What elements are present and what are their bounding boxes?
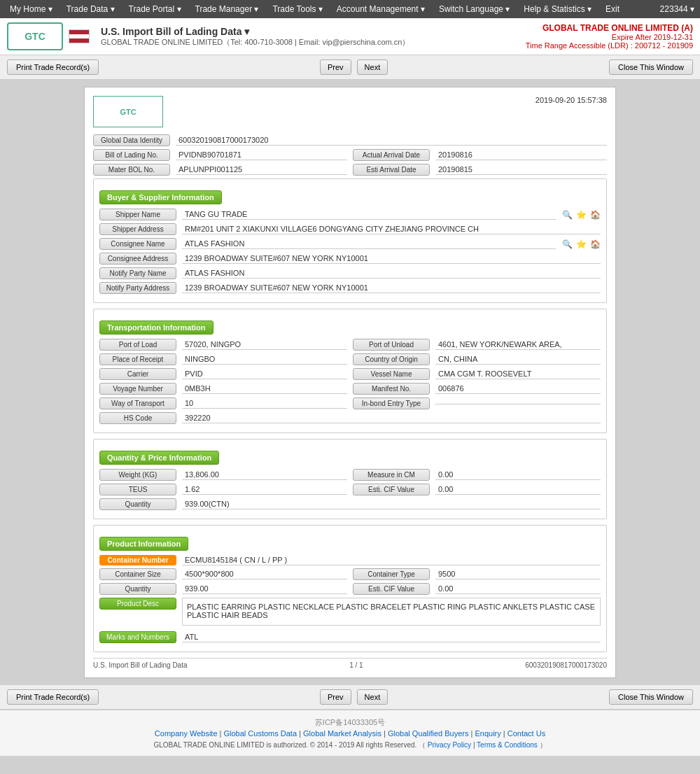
- nav-switch-language[interactable]: Switch Language ▾: [435, 3, 514, 15]
- weight-measure-row: Weight (KG) 13,806.00 Measure in CM 0.00: [99, 469, 601, 481]
- close-button-bottom[interactable]: Close This Window: [609, 689, 693, 705]
- footer-link-company-website[interactable]: Company Website: [155, 729, 218, 738]
- product-desc-value: PLASTIC EARRING PLASTIC NECKLACE PLASTIC…: [182, 598, 601, 626]
- in-bond-label: In-bond Entry Type: [353, 397, 430, 409]
- manifest-no-label: Manifest No.: [353, 383, 430, 395]
- weight-kg-value: 13,806.00: [182, 470, 347, 480]
- nav-trade-portal[interactable]: Trade Portal ▾: [125, 3, 186, 15]
- consignee-address-value: 1239 BROADWAY SUITE#607 NEW YORK NY10001: [182, 253, 601, 264]
- shipper-name-value: TANG GU TRADE: [182, 209, 556, 220]
- document-footer: U.S. Import Bill of Lading Data 1 / 1 60…: [93, 658, 607, 669]
- notify-address-value: 1239 BROADWAY SUITE#607 NEW YORK NY10001: [182, 283, 601, 293]
- home-icon-shipper[interactable]: 🏠: [589, 209, 601, 220]
- global-data-identity-value: 600320190817000173020: [176, 135, 607, 146]
- search-icon-shipper[interactable]: 🔍: [561, 209, 573, 220]
- nav-trade-manager[interactable]: Trade Manager ▾: [191, 3, 263, 15]
- port-of-unload-label: Port of Unload: [353, 339, 430, 351]
- toolbar-bottom: Print Trade Record(s) Prev Next Close Th…: [0, 685, 700, 710]
- nav-exit[interactable]: Exit: [601, 3, 624, 15]
- shipper-icons: 🔍 ⭐ 🏠: [561, 209, 601, 220]
- nav-trade-data[interactable]: Trade Data ▾: [62, 3, 119, 15]
- footer-link-market-analysis[interactable]: Global Market Analysis: [303, 729, 382, 738]
- footer-link-contact-us[interactable]: Contact Us: [507, 729, 545, 738]
- top-navigation: My Home ▾ Trade Data ▾ Trade Portal ▾ Tr…: [0, 0, 700, 18]
- container-size-type-row: Container Size 4500*900*800 Container Ty…: [99, 568, 601, 580]
- privacy-policy-link[interactable]: Privacy Policy: [428, 741, 471, 749]
- header-bar: GTC U.S. Import Bill of Lading Data ▾ GL…: [0, 18, 700, 55]
- nav-account-management[interactable]: Account Management ▾: [332, 3, 429, 15]
- document-header: GTC 2019-09-20 15:57:38: [93, 96, 607, 127]
- expire-date: Expire After 2019-12-31: [526, 33, 693, 41]
- footer-copyright: GLOBAL TRADE ONLINE LIMITED is authorize…: [7, 740, 693, 750]
- page-title: U.S. Import Bill of Lading Data ▾: [101, 26, 526, 37]
- footer-link-global-customs[interactable]: Global Customs Data: [224, 729, 298, 738]
- quantity-row: Quantity 939.00(CTN): [99, 498, 601, 510]
- search-icon-consignee[interactable]: 🔍: [561, 239, 573, 250]
- buyer-supplier-section: Buyer & Supplier Information Shipper Nam…: [93, 178, 607, 303]
- footer-link-qualified-buyers[interactable]: Global Qualified Buyers: [388, 729, 469, 738]
- nav-help-statistics[interactable]: Help & Statistics ▾: [519, 3, 596, 15]
- port-of-load-label: Port of Load: [99, 339, 176, 351]
- home-icon-consignee[interactable]: 🏠: [589, 239, 601, 250]
- terms-conditions-link[interactable]: Terms & Conditions: [477, 741, 538, 749]
- print-button-bottom[interactable]: Print Trade Record(s): [7, 689, 99, 705]
- consignee-name-row: Consignee Name ATLAS FASHION 🔍 ⭐ 🏠: [99, 238, 601, 250]
- consignee-name-value: ATLAS FASHION: [182, 239, 556, 249]
- teus-cif-row: TEUS 1.62 Esti. CIF Value 0.00: [99, 484, 601, 495]
- nav-trade-tools[interactable]: Trade Tools ▾: [268, 3, 326, 15]
- document-timestamp: 2019-09-20 15:57:38: [536, 96, 607, 104]
- prev-button-top[interactable]: Prev: [320, 59, 351, 75]
- notify-name-row: Notify Party Name ATLAS FASHION: [99, 267, 601, 279]
- product-quantity-value: 939.00: [182, 584, 347, 594]
- product-cif-label: Esti. CIF Value: [353, 583, 430, 595]
- bol-value: PVIDNB90701871: [176, 150, 347, 160]
- esti-arrival-value: 20190815: [435, 164, 607, 175]
- container-size-value: 4500*900*800: [182, 569, 347, 579]
- prev-button-bottom[interactable]: Prev: [320, 689, 351, 705]
- manifest-no-value: 006876: [435, 384, 601, 394]
- header-title-section: U.S. Import Bill of Lading Data ▾ GLOBAL…: [90, 26, 526, 48]
- product-cif-value: 0.00: [435, 584, 601, 594]
- in-bond-value: [435, 402, 601, 404]
- flag-icon: [69, 29, 90, 43]
- measure-cm-label: Measure in CM: [353, 469, 430, 481]
- footer-links: Company Website | Global Customs Data | …: [7, 729, 693, 738]
- esti-cif-label: Esti. CIF Value: [353, 484, 430, 495]
- country-origin-value: CN, CHINA: [435, 354, 601, 365]
- container-number-row: Container Number ECMU8145184 ( CN / L / …: [99, 555, 601, 565]
- weight-kg-label: Weight (KG): [99, 469, 176, 481]
- star-icon-consignee[interactable]: ⭐: [575, 239, 587, 250]
- carrier-value: PVID: [182, 369, 347, 379]
- next-button-top[interactable]: Next: [357, 59, 388, 75]
- close-button-top[interactable]: Close This Window: [609, 59, 693, 75]
- star-icon-shipper[interactable]: ⭐: [575, 209, 587, 220]
- voyage-number-label: Voyage Number: [99, 383, 176, 395]
- footer-link-enquiry[interactable]: Enquiry: [475, 729, 500, 738]
- esti-cif-value: 0.00: [435, 484, 601, 495]
- user-id[interactable]: 223344 ▾: [660, 4, 694, 14]
- container-type-value: 9500: [435, 569, 601, 579]
- nav-my-home[interactable]: My Home ▾: [6, 3, 57, 15]
- voyage-number-value: 0MB3H: [182, 384, 347, 394]
- place-receipt-value: NINGBO: [182, 354, 347, 365]
- toolbar-left: Print Trade Record(s): [7, 59, 99, 75]
- product-quantity-label: Quantity: [99, 583, 176, 595]
- marks-numbers-value: ATL: [182, 632, 601, 642]
- way-inbond-row: Way of Transport 10 In-bond Entry Type: [99, 397, 601, 409]
- measure-cm-value: 0.00: [435, 470, 601, 480]
- container-number-value: ECMU8145184 ( CN / L / PP ): [182, 555, 601, 565]
- voyage-manifest-row: Voyage Number 0MB3H Manifest No. 006876: [99, 383, 601, 395]
- consignee-address-label: Consignee Address: [99, 253, 176, 265]
- transportation-section: Transportation Information Port of Load …: [93, 309, 607, 433]
- next-button-bottom[interactable]: Next: [357, 689, 388, 705]
- print-button-top[interactable]: Print Trade Record(s): [7, 59, 99, 75]
- container-size-label: Container Size: [99, 568, 176, 580]
- container-type-label: Container Type: [353, 568, 430, 580]
- page-subtitle: GLOBAL TRADE ONLINE LIMITED（Tel: 400-710…: [101, 37, 526, 48]
- shipper-address-row: Shipper Address RM#201 UNIT 2 XIAKUNXI V…: [99, 223, 601, 235]
- notify-name-label: Notify Party Name: [99, 267, 176, 279]
- consignee-address-row: Consignee Address 1239 BROADWAY SUITE#60…: [99, 253, 601, 265]
- product-desc-label: Product Desc: [99, 598, 176, 610]
- buyer-supplier-header: Buyer & Supplier Information: [99, 190, 222, 204]
- place-country-row: Place of Receipt NINGBO Country of Origi…: [99, 353, 601, 365]
